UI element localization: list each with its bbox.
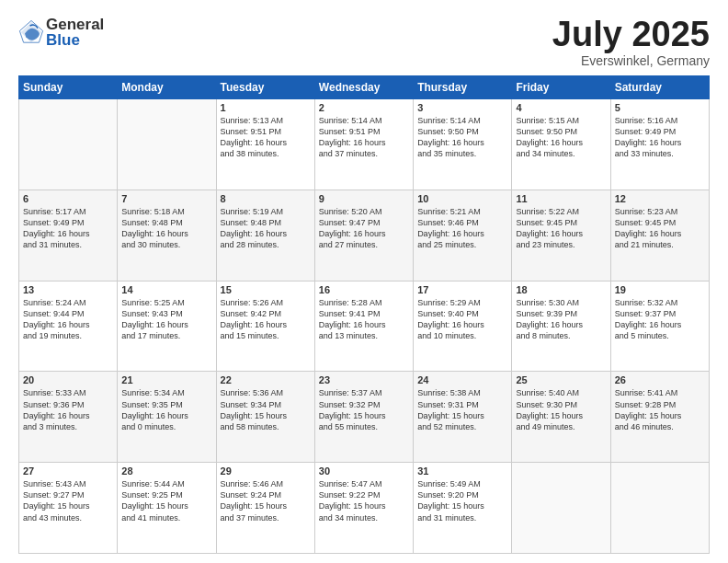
table-row: 1Sunrise: 5:13 AM Sunset: 9:51 PM Daylig… <box>216 99 314 190</box>
day-info: Sunrise: 5:29 AM Sunset: 9:40 PM Dayligh… <box>417 297 507 342</box>
table-row: 25Sunrise: 5:40 AM Sunset: 9:30 PM Dayli… <box>512 372 610 463</box>
day-info: Sunrise: 5:26 AM Sunset: 9:42 PM Dayligh… <box>221 297 311 342</box>
table-row: 21Sunrise: 5:34 AM Sunset: 9:35 PM Dayli… <box>118 372 216 463</box>
day-number: 24 <box>417 374 507 385</box>
table-row: 31Sunrise: 5:49 AM Sunset: 9:20 PM Dayli… <box>414 463 512 554</box>
logo-general: General <box>46 17 104 32</box>
day-info: Sunrise: 5:28 AM Sunset: 9:41 PM Dayligh… <box>319 297 409 342</box>
day-number: 21 <box>121 374 211 385</box>
calendar-header-row: Sunday Monday Tuesday Wednesday Thursday… <box>19 76 710 99</box>
table-row: 17Sunrise: 5:29 AM Sunset: 9:40 PM Dayli… <box>414 281 512 372</box>
day-number: 18 <box>516 284 606 295</box>
logo-text: General Blue <box>46 17 104 48</box>
day-info: Sunrise: 5:32 AM Sunset: 9:37 PM Dayligh… <box>615 297 705 342</box>
day-info: Sunrise: 5:40 AM Sunset: 9:30 PM Dayligh… <box>516 387 606 432</box>
day-info: Sunrise: 5:33 AM Sunset: 9:36 PM Dayligh… <box>23 387 113 432</box>
day-number: 27 <box>23 465 113 477</box>
table-row: 28Sunrise: 5:44 AM Sunset: 9:25 PM Dayli… <box>118 463 216 554</box>
day-info: Sunrise: 5:22 AM Sunset: 9:45 PM Dayligh… <box>516 206 606 251</box>
col-thursday: Thursday <box>414 76 512 99</box>
table-row: 18Sunrise: 5:30 AM Sunset: 9:39 PM Dayli… <box>512 281 610 372</box>
table-row: 24Sunrise: 5:38 AM Sunset: 9:31 PM Dayli… <box>414 372 512 463</box>
day-info: Sunrise: 5:41 AM Sunset: 9:28 PM Dayligh… <box>615 387 705 432</box>
day-number: 4 <box>516 102 606 113</box>
day-info: Sunrise: 5:43 AM Sunset: 9:27 PM Dayligh… <box>23 478 113 523</box>
col-sunday: Sunday <box>19 76 118 99</box>
day-info: Sunrise: 5:37 AM Sunset: 9:32 PM Dayligh… <box>319 387 409 432</box>
day-number: 23 <box>319 374 409 385</box>
day-number: 11 <box>516 193 606 204</box>
day-info: Sunrise: 5:30 AM Sunset: 9:39 PM Dayligh… <box>516 297 606 342</box>
table-row <box>610 463 709 554</box>
day-number: 31 <box>417 465 507 477</box>
day-number: 8 <box>221 193 311 204</box>
day-info: Sunrise: 5:16 AM Sunset: 9:49 PM Dayligh… <box>615 115 705 160</box>
day-info: Sunrise: 5:24 AM Sunset: 9:44 PM Dayligh… <box>23 297 113 342</box>
table-row: 3Sunrise: 5:14 AM Sunset: 9:50 PM Daylig… <box>414 99 512 190</box>
day-info: Sunrise: 5:23 AM Sunset: 9:45 PM Dayligh… <box>615 206 705 251</box>
day-number: 5 <box>615 102 705 113</box>
table-row: 19Sunrise: 5:32 AM Sunset: 9:37 PM Dayli… <box>610 281 709 372</box>
col-saturday: Saturday <box>610 76 709 99</box>
calendar-week-row: 20Sunrise: 5:33 AM Sunset: 9:36 PM Dayli… <box>19 372 710 463</box>
day-number: 2 <box>319 102 409 113</box>
table-row: 4Sunrise: 5:15 AM Sunset: 9:50 PM Daylig… <box>512 99 610 190</box>
day-number: 16 <box>319 284 409 295</box>
location: Everswinkel, Germany <box>552 53 710 68</box>
calendar-week-row: 6Sunrise: 5:17 AM Sunset: 9:49 PM Daylig… <box>19 190 710 281</box>
day-number: 29 <box>221 465 311 477</box>
logo-blue: Blue <box>46 32 104 48</box>
logo-icon <box>18 19 44 45</box>
day-info: Sunrise: 5:19 AM Sunset: 9:48 PM Dayligh… <box>221 206 311 251</box>
day-info: Sunrise: 5:15 AM Sunset: 9:50 PM Dayligh… <box>516 115 606 160</box>
day-info: Sunrise: 5:25 AM Sunset: 9:43 PM Dayligh… <box>121 297 211 342</box>
logo: General Blue <box>18 17 104 48</box>
day-info: Sunrise: 5:18 AM Sunset: 9:48 PM Dayligh… <box>121 206 211 251</box>
calendar-week-row: 1Sunrise: 5:13 AM Sunset: 9:51 PM Daylig… <box>19 99 710 190</box>
day-number: 26 <box>615 374 705 385</box>
table-row: 16Sunrise: 5:28 AM Sunset: 9:41 PM Dayli… <box>314 281 413 372</box>
day-info: Sunrise: 5:14 AM Sunset: 9:50 PM Dayligh… <box>417 115 507 160</box>
day-number: 7 <box>121 193 211 204</box>
table-row: 20Sunrise: 5:33 AM Sunset: 9:36 PM Dayli… <box>19 372 118 463</box>
col-tuesday: Tuesday <box>216 76 314 99</box>
table-row: 10Sunrise: 5:21 AM Sunset: 9:46 PM Dayli… <box>414 190 512 281</box>
table-row: 8Sunrise: 5:19 AM Sunset: 9:48 PM Daylig… <box>216 190 314 281</box>
day-info: Sunrise: 5:14 AM Sunset: 9:51 PM Dayligh… <box>319 115 409 160</box>
table-row: 9Sunrise: 5:20 AM Sunset: 9:47 PM Daylig… <box>314 190 413 281</box>
day-number: 1 <box>221 102 311 113</box>
day-info: Sunrise: 5:36 AM Sunset: 9:34 PM Dayligh… <box>221 387 311 432</box>
day-number: 12 <box>615 193 705 204</box>
table-row: 13Sunrise: 5:24 AM Sunset: 9:44 PM Dayli… <box>19 281 118 372</box>
table-row <box>118 99 216 190</box>
col-wednesday: Wednesday <box>314 76 413 99</box>
day-number: 13 <box>23 284 113 295</box>
table-row: 2Sunrise: 5:14 AM Sunset: 9:51 PM Daylig… <box>314 99 413 190</box>
day-number: 20 <box>23 374 113 385</box>
table-row: 27Sunrise: 5:43 AM Sunset: 9:27 PM Dayli… <box>19 463 118 554</box>
table-row: 26Sunrise: 5:41 AM Sunset: 9:28 PM Dayli… <box>610 372 709 463</box>
page: General Blue July 2025 Everswinkel, Germ… <box>0 0 728 563</box>
day-number: 14 <box>121 284 211 295</box>
table-row <box>512 463 610 554</box>
day-number: 9 <box>319 193 409 204</box>
day-number: 30 <box>319 465 409 477</box>
table-row: 12Sunrise: 5:23 AM Sunset: 9:45 PM Dayli… <box>610 190 709 281</box>
day-number: 17 <box>417 284 507 295</box>
table-row: 11Sunrise: 5:22 AM Sunset: 9:45 PM Dayli… <box>512 190 610 281</box>
table-row: 5Sunrise: 5:16 AM Sunset: 9:49 PM Daylig… <box>610 99 709 190</box>
calendar-week-row: 13Sunrise: 5:24 AM Sunset: 9:44 PM Dayli… <box>19 281 710 372</box>
day-number: 22 <box>221 374 311 385</box>
day-info: Sunrise: 5:20 AM Sunset: 9:47 PM Dayligh… <box>319 206 409 251</box>
table-row: 14Sunrise: 5:25 AM Sunset: 9:43 PM Dayli… <box>118 281 216 372</box>
day-number: 25 <box>516 374 606 385</box>
title-area: July 2025 Everswinkel, Germany <box>552 17 710 68</box>
day-info: Sunrise: 5:44 AM Sunset: 9:25 PM Dayligh… <box>121 478 211 523</box>
table-row: 30Sunrise: 5:47 AM Sunset: 9:22 PM Dayli… <box>314 463 413 554</box>
calendar-week-row: 27Sunrise: 5:43 AM Sunset: 9:27 PM Dayli… <box>19 463 710 554</box>
day-info: Sunrise: 5:17 AM Sunset: 9:49 PM Dayligh… <box>23 206 113 251</box>
table-row: 22Sunrise: 5:36 AM Sunset: 9:34 PM Dayli… <box>216 372 314 463</box>
calendar: Sunday Monday Tuesday Wednesday Thursday… <box>18 75 710 554</box>
table-row: 15Sunrise: 5:26 AM Sunset: 9:42 PM Dayli… <box>216 281 314 372</box>
table-row <box>19 99 118 190</box>
